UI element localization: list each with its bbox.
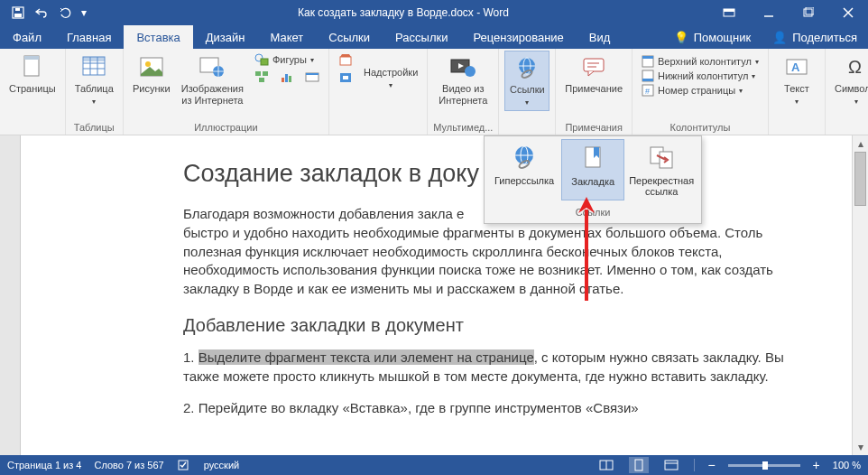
header-button[interactable]: Верхний колонтитул ▾	[638, 54, 762, 69]
hyperlink-button[interactable]: Гиперссылка	[487, 139, 561, 200]
footer-button[interactable]: Нижний колонтитул ▾	[638, 69, 762, 83]
smartart-button[interactable]	[251, 70, 272, 84]
scroll-thumb[interactable]	[854, 152, 866, 206]
group-links-label	[504, 120, 549, 135]
document-page[interactable]: Создание закладок в доку Благодаря возмо…	[21, 135, 852, 455]
group-illustrations-label: Иллюстрации	[129, 120, 323, 135]
qat-customize-icon[interactable]: ▾	[78, 2, 90, 23]
svg-rect-65	[665, 461, 678, 470]
ribbon-options-icon[interactable]	[709, 0, 749, 25]
bookmark-icon	[578, 144, 607, 172]
page-icon	[18, 52, 47, 81]
maximize-icon[interactable]	[789, 0, 828, 25]
doc-paragraph-2: 1. Выделите фрагмент текста или элемент …	[183, 349, 807, 386]
scroll-up-icon[interactable]: ▴	[853, 135, 868, 152]
doc-heading-2: Добавление закладки в документ	[183, 313, 807, 339]
redo-icon[interactable]	[54, 2, 76, 23]
comment-icon	[579, 52, 608, 81]
tab-mailings[interactable]: Рассылки	[383, 25, 460, 49]
tab-design[interactable]: Дизайн	[193, 25, 258, 49]
myaddins-button[interactable]	[335, 70, 356, 85]
picture-icon	[137, 52, 166, 81]
spellcheck-icon[interactable]	[177, 459, 191, 471]
svg-rect-26	[259, 78, 264, 82]
zoom-slider[interactable]	[728, 464, 800, 467]
tab-insert[interactable]: Вставка	[124, 25, 192, 49]
print-layout-icon[interactable]	[629, 457, 649, 473]
pictures-button[interactable]: Рисунки	[129, 51, 174, 97]
svg-rect-34	[343, 76, 348, 79]
tab-references[interactable]: Ссылки	[316, 25, 383, 49]
zoom-level[interactable]: 100 %	[833, 460, 861, 470]
link-icon	[512, 53, 541, 82]
tab-home[interactable]: Главная	[54, 25, 124, 49]
store-button[interactable]	[335, 52, 356, 67]
header-icon	[642, 55, 654, 68]
zoom-out-button[interactable]: −	[707, 458, 715, 472]
scroll-down-icon[interactable]: ▾	[853, 439, 868, 455]
svg-rect-64	[635, 460, 642, 470]
svg-rect-31	[306, 73, 319, 75]
tab-file[interactable]: Файл	[0, 25, 54, 49]
text-button[interactable]: A Текст▾	[774, 51, 819, 109]
vertical-scrollbar[interactable]: ▴ ▾	[852, 135, 868, 455]
svg-rect-17	[83, 57, 105, 61]
addins-button[interactable]: Надстройки▾	[360, 51, 421, 93]
links-dropdown: Гиперссылка Закладка Перекрестная ссылка…	[484, 135, 702, 224]
svg-rect-1	[14, 14, 22, 17]
undo-icon[interactable]	[31, 2, 52, 23]
group-symbols-label	[831, 120, 868, 135]
textbox-icon: A	[782, 52, 811, 81]
online-picture-icon	[198, 52, 226, 81]
minimize-icon[interactable]	[749, 0, 789, 25]
svg-rect-23	[261, 59, 268, 65]
svg-rect-6	[804, 9, 812, 16]
bookmark-button[interactable]: Закладка	[561, 139, 624, 200]
group-media-label: Мультимед...	[433, 120, 493, 135]
links-button[interactable]: Ссылки▾	[504, 51, 549, 111]
svg-point-19	[145, 61, 151, 67]
pagenumber-button[interactable]: #Номер страницы ▾	[638, 83, 762, 98]
svg-rect-25	[263, 71, 268, 76]
svg-rect-28	[285, 74, 288, 82]
svg-rect-29	[289, 76, 291, 82]
status-words[interactable]: Слово 7 из 567	[94, 460, 163, 470]
status-language[interactable]: русский	[204, 460, 239, 470]
svg-point-36	[465, 66, 476, 77]
tab-view[interactable]: Вид	[577, 25, 623, 49]
group-text-label	[774, 120, 819, 135]
footer-icon	[642, 70, 654, 82]
svg-rect-11	[24, 56, 39, 60]
table-button[interactable]: Таблица▾	[71, 51, 117, 109]
save-icon[interactable]	[7, 2, 29, 23]
group-tables-label: Таблицы	[71, 120, 117, 135]
omega-icon: Ω	[842, 52, 868, 81]
crossref-icon	[647, 143, 676, 172]
web-layout-icon[interactable]	[661, 457, 681, 473]
shapes-button[interactable]: Фигуры ▾	[251, 52, 323, 67]
svg-rect-24	[255, 71, 261, 76]
screenshot-button[interactable]	[301, 70, 323, 84]
tell-me-assist[interactable]: 💡Помощник	[663, 25, 762, 49]
online-pictures-button[interactable]: Изображения из Интернета	[178, 51, 247, 108]
left-gutter	[0, 135, 21, 455]
zoom-in-button[interactable]: +	[813, 458, 820, 472]
crossref-button[interactable]: Перекрестная ссылка	[624, 139, 698, 200]
group-pages-label	[5, 120, 60, 135]
read-mode-icon[interactable]	[596, 457, 616, 473]
tab-layout[interactable]: Макет	[257, 25, 316, 49]
group-headerfooter-label: Колонтитулы	[638, 120, 762, 135]
shapes-icon	[254, 53, 269, 66]
online-video-button[interactable]: Видео из Интернета	[433, 51, 493, 108]
chart-button[interactable]	[276, 70, 298, 84]
close-icon[interactable]	[828, 0, 868, 25]
pages-button[interactable]: Страницы	[5, 51, 60, 97]
share-button[interactable]: 👤Поделиться	[762, 25, 868, 49]
comment-button[interactable]: Примечание	[561, 51, 626, 97]
group-addins-label	[335, 120, 421, 135]
share-icon: 👤	[772, 31, 787, 44]
symbols-button[interactable]: Ω Символы▾	[831, 51, 868, 109]
status-page[interactable]: Страница 1 из 4	[7, 460, 81, 470]
svg-text:#: #	[645, 87, 650, 96]
tab-review[interactable]: Рецензирование	[460, 25, 576, 49]
